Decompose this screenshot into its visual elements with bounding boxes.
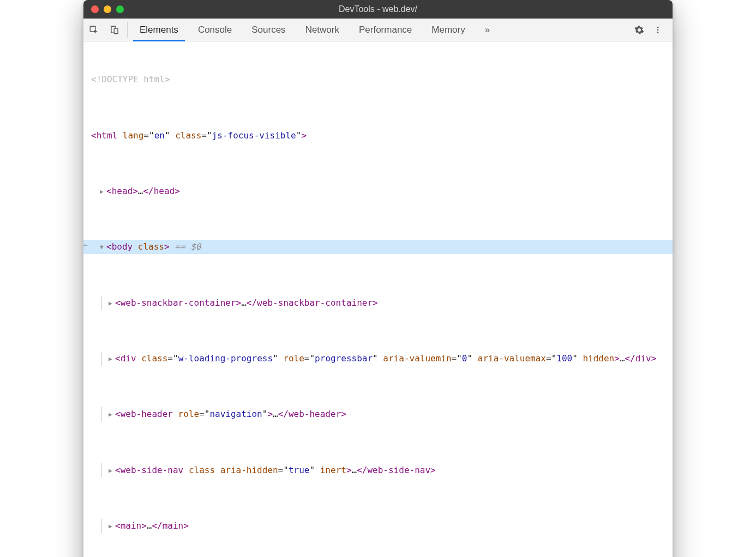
tab-label: Sources bbox=[251, 25, 285, 35]
elements-dom-tree[interactable]: <!DOCTYPE html> <html lang="en" class="j… bbox=[83, 41, 673, 557]
main-toolbar: Elements Console Sources Network Perform… bbox=[83, 19, 673, 41]
tab-label: Memory bbox=[431, 25, 465, 35]
tab-performance[interactable]: Performance bbox=[349, 19, 422, 41]
overflow-glyph: » bbox=[485, 25, 490, 35]
expand-arrow-icon[interactable]: ▶ bbox=[109, 522, 115, 531]
dom-node-html[interactable]: <html lang="en" class="js-focus-visible"… bbox=[83, 129, 673, 143]
svg-point-3 bbox=[657, 27, 659, 28]
window-title: DevTools - web.dev/ bbox=[83, 4, 673, 14]
tab-label: Elements bbox=[140, 25, 178, 35]
settings-gear-icon[interactable] bbox=[630, 25, 649, 35]
maximize-window-button[interactable] bbox=[116, 5, 124, 13]
dom-node-body-selected[interactable]: ⋯▼<body class> == $0 bbox=[83, 240, 673, 254]
dom-node-child[interactable]: ▶<web-side-nav class aria-hidden="true" … bbox=[83, 463, 673, 477]
toolbar-divider bbox=[127, 22, 128, 38]
panel-tabs: Elements Console Sources Network Perform… bbox=[130, 19, 500, 41]
selected-marker-icon: ⋯ bbox=[83, 240, 88, 251]
dom-node-doctype[interactable]: <!DOCTYPE html> bbox=[83, 72, 673, 87]
tab-label: Console bbox=[198, 25, 232, 35]
titlebar: DevTools - web.dev/ bbox=[83, 0, 673, 19]
inspect-element-icon[interactable] bbox=[83, 19, 104, 41]
toolbar-spacer bbox=[500, 19, 625, 41]
device-toggle-icon[interactable] bbox=[104, 19, 125, 41]
svg-point-4 bbox=[657, 29, 659, 31]
tab-sources[interactable]: Sources bbox=[242, 19, 295, 41]
devtools-window: DevTools - web.dev/ Elements Console Sou… bbox=[83, 0, 673, 557]
tab-elements[interactable]: Elements bbox=[130, 19, 188, 41]
svg-point-5 bbox=[657, 32, 659, 33]
close-window-button[interactable] bbox=[91, 5, 99, 13]
dom-node-child[interactable]: ▶<web-snackbar-container>…</web-snackbar… bbox=[83, 296, 673, 310]
expand-arrow-icon[interactable]: ▶ bbox=[109, 410, 115, 420]
expand-arrow-icon[interactable]: ▶ bbox=[100, 187, 106, 197]
dom-node-head[interactable]: ▶<head>…</head> bbox=[83, 184, 673, 198]
tabs-overflow-button[interactable]: » bbox=[475, 19, 500, 41]
tab-memory[interactable]: Memory bbox=[422, 19, 475, 41]
tab-label: Network bbox=[305, 25, 339, 35]
expand-arrow-icon[interactable]: ▶ bbox=[109, 354, 115, 364]
tab-console[interactable]: Console bbox=[188, 19, 242, 41]
toolbar-right bbox=[625, 19, 673, 41]
tab-label: Performance bbox=[359, 25, 412, 35]
dom-node-child[interactable]: ▶<main>…</main> bbox=[83, 519, 673, 533]
minimize-window-button[interactable] bbox=[104, 5, 111, 13]
tab-network[interactable]: Network bbox=[296, 19, 349, 41]
svg-rect-2 bbox=[114, 28, 118, 34]
expand-arrow-icon[interactable]: ▶ bbox=[109, 299, 115, 308]
kebab-menu-icon[interactable] bbox=[649, 26, 667, 34]
expand-arrow-icon[interactable]: ▶ bbox=[109, 466, 115, 476]
collapse-arrow-icon[interactable]: ▼ bbox=[100, 243, 106, 252]
dom-node-child[interactable]: ▶<div class="w-loading-progress" role="p… bbox=[83, 352, 673, 366]
traffic-lights bbox=[83, 5, 124, 13]
dom-node-child[interactable]: ▶<web-header role="navigation">…</web-he… bbox=[83, 407, 673, 421]
